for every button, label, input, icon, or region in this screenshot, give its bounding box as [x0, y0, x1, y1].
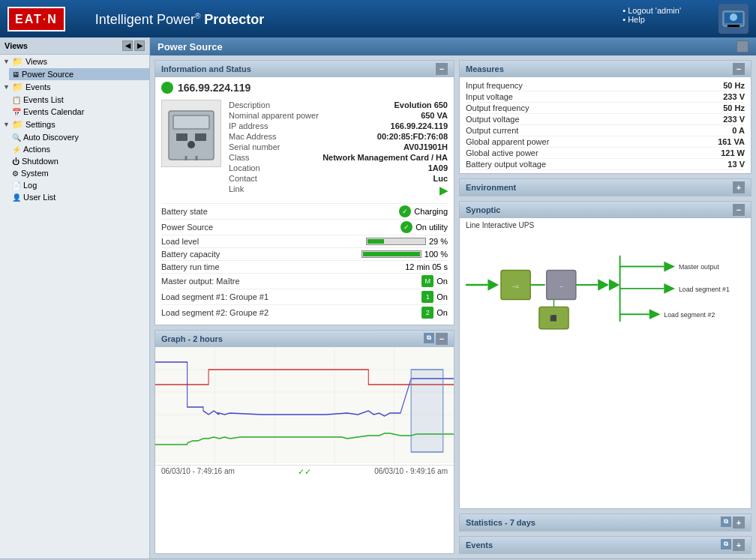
status-row-master-output: Master output: Maître M On: [161, 273, 448, 289]
settings-folder-icon: 📁: [12, 119, 23, 130]
info-row-mac: Mac Address 00:20:85:FD:76:08: [229, 131, 448, 142]
info-row-power: Nominal apparent power 650 VA: [229, 110, 448, 121]
content-body: Information and Status − 166.99.224.119: [150, 55, 756, 559]
content-area: Power Source Information and Status −: [150, 37, 756, 559]
statistics-toggle[interactable]: +: [733, 517, 745, 529]
events-panel: Events ⧉ +: [459, 536, 752, 554]
views-folder-icon: 📁: [12, 56, 23, 67]
status-row-load: Load level 29 %: [161, 235, 448, 247]
graph-panel-toggle[interactable]: −: [436, 333, 448, 345]
sidebar-item-user-list[interactable]: 👤 User List: [9, 191, 149, 203]
sidebar-item-events-calendar[interactable]: 📅 Events Calendar: [9, 106, 149, 118]
info-row-location: Location 1A09: [229, 163, 448, 173]
sidebar-item-settings[interactable]: ▼ 📁 Settings: [0, 118, 149, 131]
measure-row-input-freq: Input frequency 50 Hz: [466, 80, 745, 91]
info-panel-header: Information and Status −: [155, 61, 454, 77]
load-progress-fill: [368, 239, 384, 244]
device-header: 166.99.224.119: [161, 82, 448, 94]
sidebar-expand-btn[interactable]: ▶: [134, 40, 145, 51]
graph-time-start: 06/03/10 - 7:49:16 am: [161, 467, 235, 477]
sidebar-item-auto-discovery[interactable]: 🔍 Auto Discovery: [9, 131, 149, 143]
events-calendar-icon: 📅: [12, 108, 21, 116]
load-progress-bar: [366, 238, 426, 245]
synoptic-panel-header: Synoptic −: [460, 202, 751, 218]
sidebar-item-events-list-label: Events List: [23, 95, 64, 104]
synoptic-panel-title: Synoptic: [466, 205, 500, 214]
device-ip: 166.99.224.119: [178, 82, 250, 94]
status-section: Battery state ✓ Charging Power Source ✓: [161, 203, 448, 320]
load-seg2-text: On: [436, 308, 448, 317]
sidebar-collapse-btn[interactable]: ◀: [122, 40, 133, 51]
actions-icon: ⚡: [12, 145, 21, 154]
synoptic-panel-body: Line Interactive UPS ~=: [460, 218, 751, 338]
sidebar-item-user-list-label: User List: [23, 193, 56, 202]
logo: EAT·N: [8, 7, 65, 31]
graph-checkmark: ✓✓: [298, 467, 311, 477]
system-icon: ⚙: [12, 169, 19, 178]
info-table: Description Evolution 650 Nominal appare…: [229, 100, 448, 197]
measures-toggle[interactable]: −: [733, 63, 745, 75]
status-row-runtime: Battery run time 12 min 05 s: [161, 260, 448, 273]
load-seg1-text: On: [436, 292, 448, 301]
svg-point-9: [188, 141, 195, 148]
sidebar-item-views[interactable]: ▼ 📁 Views: [0, 55, 149, 68]
help-link[interactable]: • Help: [622, 15, 645, 24]
statistics-panel-title: Statistics - 7 days: [466, 518, 536, 527]
battery-capacity-text: 100 %: [424, 250, 448, 259]
svg-point-3: [730, 13, 737, 21]
shutdown-icon: ⏻: [12, 157, 20, 166]
svg-marker-23: [488, 279, 499, 291]
events-toggle[interactable]: +: [733, 539, 745, 551]
sidebar-item-events-label: Events: [26, 82, 51, 91]
info-row-contact: Contact Luc: [229, 173, 448, 184]
sidebar-item-actions[interactable]: ⚡ Actions: [9, 143, 149, 155]
events-list-icon: 📋: [12, 96, 21, 104]
sidebar-item-power-source[interactable]: 🖥 Power Source: [9, 68, 149, 80]
environment-toggle[interactable]: +: [733, 181, 745, 193]
measure-row-input-volt: Input voltage 233 V: [466, 91, 745, 103]
info-panel-body: 166.99.224.119: [155, 77, 454, 325]
environment-panel-title: Environment: [466, 183, 516, 192]
main-area: Views ◀ ▶ ▼ 📁 Views 🖥 Power Source ▼ �: [0, 37, 756, 559]
svg-rect-2: [728, 25, 740, 27]
device-image: [161, 100, 221, 167]
statistics-copy-btn[interactable]: ⧉: [721, 517, 731, 527]
info-row-link: Link ▶: [229, 184, 448, 197]
svg-rect-21: [411, 370, 443, 452]
measures-panel-header: Measures −: [460, 61, 751, 77]
graph-panel-header: Graph - 2 hours ⧉ −: [155, 331, 454, 347]
sidebar-title: Views: [4, 41, 28, 50]
link-icon[interactable]: ▶: [440, 184, 448, 196]
content-header: Power Source: [150, 37, 756, 55]
content-header-icon: [736, 40, 748, 52]
logout-link[interactable]: • Logout 'admin': [622, 6, 681, 15]
views-expand-icon: ▼: [3, 58, 10, 65]
events-folder-icon: 📁: [12, 82, 23, 92]
synoptic-toggle[interactable]: −: [733, 204, 745, 216]
info-grid: Description Evolution 650 Nominal appare…: [161, 100, 448, 197]
status-row-power-source: Power Source ✓ On utility: [161, 219, 448, 235]
load-seg2-icon: 2: [422, 307, 434, 319]
info-panel-toggle[interactable]: −: [436, 63, 448, 75]
sidebar-item-events-list[interactable]: 📋 Events List: [9, 94, 149, 106]
measure-row-global-apparent: Global apparent power 161 VA: [466, 136, 745, 148]
synoptic-diagram: ~= ~: [466, 232, 745, 337]
graph-copy-btn[interactable]: ⧉: [424, 333, 434, 343]
synoptic-load-seg2-label: Load segment #2: [664, 311, 715, 319]
status-row-battery-capacity: Battery capacity 100 %: [161, 247, 448, 260]
events-copy-btn[interactable]: ⧉: [721, 539, 731, 550]
graph-chart: [155, 347, 454, 463]
sidebar-item-events[interactable]: ▼ 📁 Events: [0, 80, 149, 94]
measures-panel: Measures − Input frequency 50 Hz Input v…: [459, 60, 752, 174]
sidebar-controls: ◀ ▶: [122, 40, 145, 51]
battery-capacity-fill: [363, 252, 420, 256]
sidebar-item-actions-label: Actions: [23, 145, 50, 154]
sidebar-item-shutdown-label: Shutdown: [22, 157, 58, 166]
synoptic-master-output-label: Master output: [679, 263, 719, 271]
sidebar-item-system[interactable]: ⚙ System: [9, 167, 149, 179]
sidebar-item-log[interactable]: 📄 Log: [9, 179, 149, 191]
measures-panel-controls: −: [733, 63, 745, 75]
sidebar-item-shutdown[interactable]: ⏻ Shutdown: [9, 155, 149, 167]
svg-rect-8: [195, 133, 206, 141]
info-panel-controls: −: [436, 63, 448, 75]
